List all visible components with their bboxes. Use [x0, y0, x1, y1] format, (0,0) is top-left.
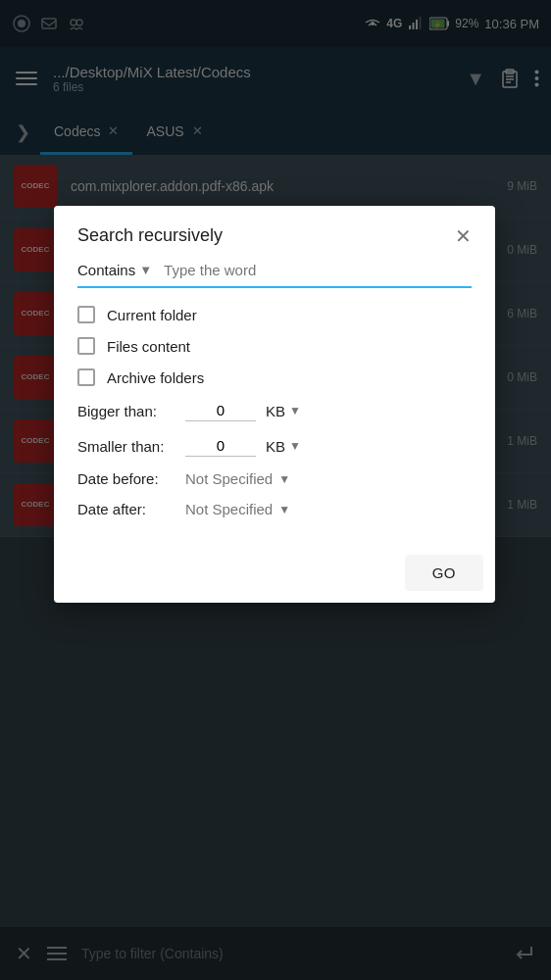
bigger-than-row: Bigger than: KB ▼ — [77, 400, 472, 421]
search-dialog: Search recursively ✕ Contains ▼ Current … — [54, 206, 495, 603]
date-before-label: Date before: — [77, 470, 175, 487]
archive-folders-label: Archive folders — [107, 369, 204, 386]
dialog-close-button[interactable]: ✕ — [455, 226, 472, 246]
date-before-row: Date before: Not Specified ▼ — [77, 470, 472, 487]
date-before-dropdown[interactable]: Not Specified ▼ — [185, 470, 290, 487]
date-after-row: Date after: Not Specified ▼ — [77, 501, 472, 517]
dialog-body: Contains ▼ Current folder Files content … — [54, 258, 495, 551]
smaller-than-unit-label: KB — [266, 438, 285, 455]
bigger-than-input[interactable] — [185, 400, 256, 421]
archive-folders-checkbox[interactable] — [77, 368, 95, 386]
date-after-label: Date after: — [77, 501, 175, 517]
date-before-value: Not Specified — [185, 470, 273, 487]
dialog-footer: GO — [54, 551, 495, 603]
smaller-than-input[interactable] — [185, 435, 256, 457]
bigger-than-unit-label: KB — [266, 403, 285, 419]
smaller-than-unit-dropdown[interactable]: KB ▼ — [266, 438, 301, 455]
bigger-than-unit-arrow: ▼ — [289, 404, 301, 417]
bigger-than-label: Bigger than: — [77, 403, 175, 419]
checkbox-files-content: Files content — [77, 337, 472, 355]
smaller-than-unit-arrow: ▼ — [289, 439, 301, 453]
date-after-value: Not Specified — [185, 501, 273, 517]
files-content-checkbox[interactable] — [77, 337, 95, 355]
search-input[interactable] — [164, 262, 472, 282]
date-before-arrow: ▼ — [278, 472, 290, 486]
filter-type-label: Contains — [77, 262, 135, 278]
filter-type-dropdown[interactable]: Contains ▼ — [77, 262, 152, 282]
filter-type-arrow: ▼ — [139, 263, 152, 277]
dialog-title: Search recursively — [77, 225, 223, 246]
search-filter-row: Contains ▼ — [77, 262, 472, 288]
date-after-dropdown[interactable]: Not Specified ▼ — [185, 501, 290, 517]
checkbox-current-folder: Current folder — [77, 306, 472, 323]
current-folder-label: Current folder — [107, 307, 197, 323]
go-button[interactable]: GO — [405, 555, 483, 591]
bigger-than-unit-dropdown[interactable]: KB ▼ — [266, 403, 301, 419]
smaller-than-row: Smaller than: KB ▼ — [77, 435, 472, 457]
dialog-header: Search recursively ✕ — [54, 206, 495, 258]
current-folder-checkbox[interactable] — [77, 306, 95, 323]
smaller-than-label: Smaller than: — [77, 438, 175, 455]
files-content-label: Files content — [107, 338, 190, 355]
checkbox-archive-folders: Archive folders — [77, 368, 472, 386]
date-after-arrow: ▼ — [278, 503, 290, 516]
